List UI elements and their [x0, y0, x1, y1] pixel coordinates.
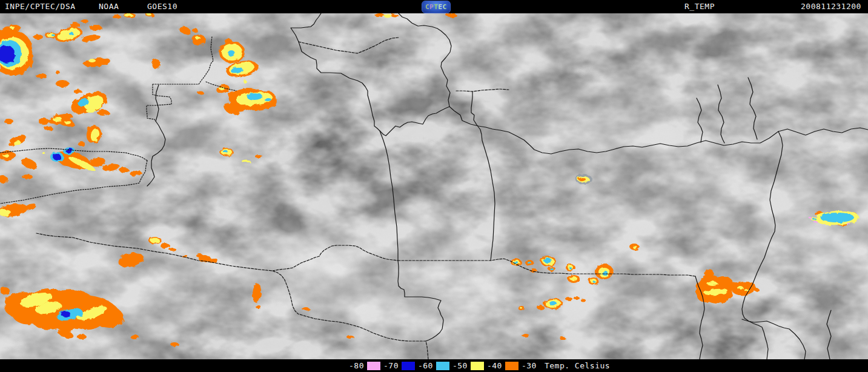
legend-bar: -80 -70 -60 -50 -40 -30 Temp. Celsius: [0, 359, 868, 372]
storm-cell: [575, 174, 592, 184]
legend-title: Temp. Celsius: [545, 361, 610, 370]
storm-cell: [630, 244, 640, 250]
legend-swatch-minus40: [505, 362, 518, 370]
legend-label: -40: [487, 359, 502, 372]
cptec-logo-text: CPTEC: [425, 3, 447, 11]
satellite-label: GOES10: [147, 0, 177, 13]
legend-label: -70: [383, 359, 399, 372]
legend-swatch-minus70: [402, 362, 415, 370]
satellite-image: [0, 0, 868, 372]
operator-label: NOAA: [99, 0, 119, 13]
product-label: R_TEMP: [684, 0, 715, 13]
header-bar: INPE/CPTEC/DSA NOAA GOES10 CPTEC R_TEMP …: [0, 0, 868, 13]
timestamp-label: 200811231200: [801, 0, 861, 13]
legend-label: -60: [418, 359, 433, 372]
temperature-legend: -80 -70 -60 -50 -40 -30 Temp. Celsius: [349, 359, 610, 372]
legend-swatch-minus60: [436, 362, 449, 370]
legend-swatch-minus50: [471, 362, 484, 370]
legend-label: -50: [452, 359, 468, 372]
legend-label: -80: [349, 359, 364, 372]
agency-label: INPE/CPTEC/DSA: [5, 0, 76, 13]
satellite-viewer: INPE/CPTEC/DSA NOAA GOES10 CPTEC R_TEMP …: [0, 0, 868, 372]
cptec-logo: CPTEC: [422, 1, 451, 13]
cloud-noise: [0, 13, 868, 359]
legend-label: -30: [522, 359, 537, 372]
legend-swatch-minus80: [367, 362, 380, 370]
